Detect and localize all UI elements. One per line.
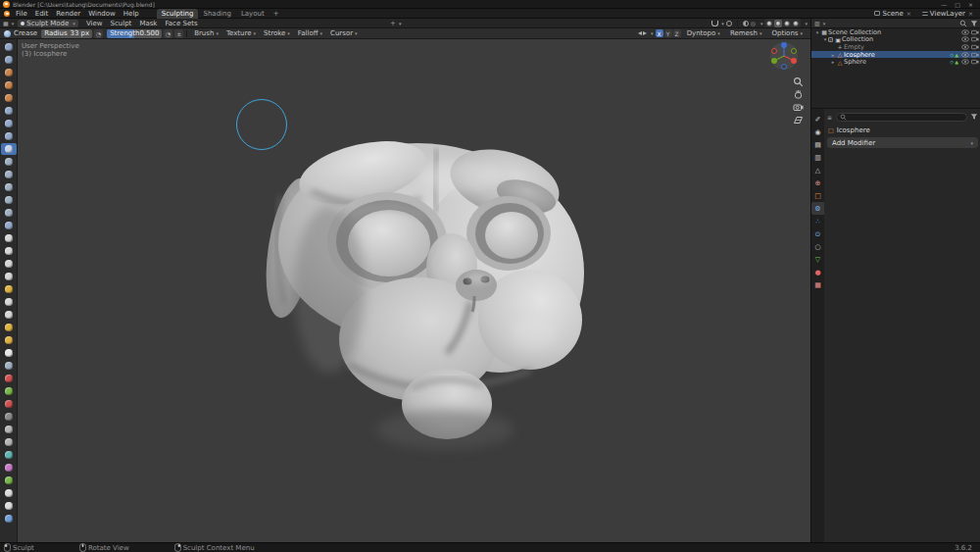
properties-tab[interactable]: □ — [811, 189, 824, 202]
viewport-3d[interactable]: User Perspective (3) Icosphere — [18, 39, 810, 542]
menu-item[interactable]: Window — [84, 9, 120, 19]
render-camera-icon[interactable] — [971, 59, 979, 65]
sculpt-tool-button[interactable] — [1, 169, 17, 180]
sculpt-tool-button[interactable] — [1, 360, 17, 372]
chevron-down-icon[interactable]: ▾ — [805, 21, 808, 26]
overlays-icon[interactable]: ◎ — [751, 20, 756, 26]
visibility-eye-icon[interactable] — [961, 52, 969, 58]
sculpt-tool-button[interactable] — [1, 462, 17, 474]
view-layer-selector[interactable]: ViewLayer — [930, 10, 965, 18]
perspective-toggle-icon[interactable] — [792, 114, 805, 126]
header-center-widget[interactable]: +▾ — [390, 19, 401, 28]
menu-item[interactable]: Render — [52, 9, 84, 19]
properties-tab[interactable]: ⊕ — [811, 176, 824, 189]
menu-item[interactable]: File — [12, 9, 31, 19]
direction-toggle-icon[interactable]: ± — [174, 29, 183, 38]
properties-tab[interactable]: ⊙ — [811, 227, 824, 240]
workspace-tab[interactable]: Shading — [198, 9, 235, 19]
filter-funnel-icon[interactable] — [970, 20, 978, 27]
properties-tab[interactable]: ⚙ — [811, 202, 824, 215]
tool-settings-menu[interactable]: Stroke▾ — [260, 29, 294, 37]
visibility-eye-icon[interactable] — [961, 29, 969, 35]
options-menu[interactable]: Options▾ — [767, 29, 807, 37]
object-name[interactable]: Sphere — [844, 58, 950, 66]
viewport-menu-item[interactable]: Sculpt — [107, 20, 136, 27]
active-brush-name[interactable]: Crease — [14, 29, 37, 37]
zoom-icon[interactable] — [792, 75, 805, 88]
properties-tab[interactable]: ✐ — [811, 113, 824, 125]
render-camera-icon[interactable] — [971, 29, 979, 35]
sculpt-tool-button[interactable] — [1, 92, 17, 104]
filter-funnel-icon[interactable] — [970, 113, 978, 121]
properties-tab[interactable]: ▤ — [811, 138, 824, 151]
sculpt-tool-button[interactable] — [1, 475, 17, 486]
sculpt-tool-button[interactable] — [1, 436, 17, 448]
properties-tab[interactable]: ▽ — [811, 253, 824, 266]
sculpt-tool-button[interactable] — [1, 334, 17, 346]
tool-settings-menu[interactable]: Texture▾ — [222, 29, 260, 37]
sculpt-tool-button[interactable] — [1, 424, 17, 435]
proportional-editing-icon[interactable] — [726, 21, 732, 26]
strength-pressure-icon[interactable]: ◔ — [164, 29, 172, 38]
breadcrumb-object-name[interactable]: Icosphere — [837, 126, 870, 134]
visibility-eye-icon[interactable] — [961, 44, 969, 50]
sculpt-tool-button[interactable] — [1, 232, 17, 244]
shading-mode-button[interactable] — [792, 20, 800, 27]
shading-mode-button[interactable] — [774, 20, 782, 27]
sculpt-tool-button[interactable] — [1, 105, 17, 117]
strength-slider[interactable]: Strength 0.500 — [107, 29, 162, 38]
brush-preview-icon[interactable] — [4, 30, 11, 37]
symmetry-butterfly-icon[interactable] — [638, 30, 647, 37]
sculpt-tool-button[interactable] — [1, 67, 17, 78]
snapping-magnet-icon[interactable] — [710, 20, 717, 26]
render-camera-icon[interactable] — [971, 36, 979, 42]
properties-tab[interactable]: ● — [811, 266, 824, 278]
properties-tab[interactable]: ▦ — [811, 278, 824, 291]
sculpt-tool-button[interactable] — [1, 487, 17, 499]
remove-view-layer-icon[interactable]: × — [967, 10, 974, 17]
sculpt-tool-button[interactable] — [1, 41, 17, 53]
scene-selector[interactable]: Scene — [882, 10, 903, 18]
remove-scene-icon[interactable]: × — [906, 10, 912, 17]
sculpt-tool-button[interactable] — [1, 181, 17, 193]
viewport-menu-item[interactable]: Face Sets — [161, 20, 201, 27]
add-modifier-button[interactable]: Add Modifier ▾ — [827, 137, 978, 148]
sculpt-tool-button[interactable] — [1, 118, 17, 129]
sculpt-tool-button[interactable] — [1, 322, 17, 333]
render-camera-icon[interactable] — [971, 44, 979, 50]
properties-tab[interactable]: ○ — [811, 240, 824, 253]
sculpt-tool-button[interactable] — [1, 258, 17, 270]
sculpt-tool-button[interactable] — [1, 398, 17, 410]
viewport-menu-item[interactable]: View — [82, 20, 107, 27]
chevron-down-icon[interactable]: ▾ — [721, 21, 724, 26]
properties-editor-icon[interactable]: ≡ — [827, 114, 832, 121]
outliner-editor-icon[interactable]: ▥ — [814, 20, 820, 26]
sculpt-tool-button[interactable] — [1, 54, 17, 66]
close-button[interactable]: × — [968, 1, 973, 8]
viewport-menu-item[interactable]: Mask — [135, 20, 161, 27]
xray-toggle-icon[interactable] — [743, 21, 749, 26]
tool-settings-menu[interactable]: Cursor▾ — [326, 29, 362, 37]
sculpt-tool-button[interactable] — [1, 500, 17, 512]
add-workspace-button[interactable]: + — [270, 10, 283, 18]
properties-tab[interactable]: △ — [811, 164, 824, 176]
minimize-button[interactable]: — — [941, 1, 947, 8]
properties-search-input[interactable] — [849, 113, 963, 121]
sculpt-tool-button[interactable] — [1, 194, 17, 206]
sculpt-tool-button[interactable] — [1, 309, 17, 321]
properties-tab[interactable]: ▥ — [811, 151, 824, 164]
outliner-row[interactable]: ▸ △ Sphere ◇ ▲ — [811, 58, 980, 66]
tool-settings-menu[interactable]: Brush▾ — [190, 29, 222, 37]
editor-type-icon[interactable]: ▦ — [3, 20, 9, 26]
properties-search[interactable] — [836, 113, 967, 122]
sculpt-tool-button[interactable] — [1, 513, 17, 525]
symmetry-axis-button[interactable]: Z — [673, 29, 681, 37]
camera-view-icon[interactable] — [792, 101, 805, 114]
tool-settings-menu[interactable]: Falloff▾ — [294, 29, 326, 37]
symmetry-axis-button[interactable]: X — [656, 29, 663, 37]
shading-mode-button[interactable] — [765, 20, 773, 27]
maximize-button[interactable]: □ — [955, 1, 960, 8]
sculpt-tool-button[interactable] — [1, 130, 17, 142]
properties-tab[interactable]: ∴ — [811, 215, 824, 227]
sculpt-tool-button[interactable] — [1, 220, 17, 231]
